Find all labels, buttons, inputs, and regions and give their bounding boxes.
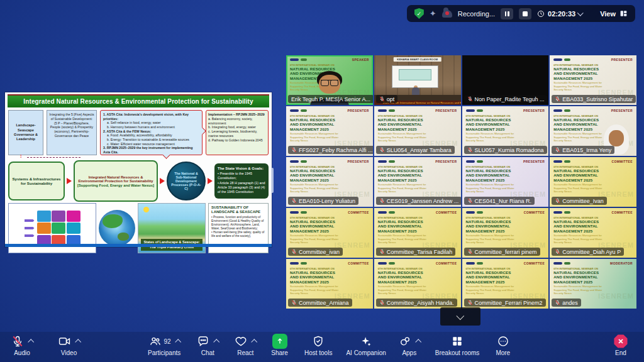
meeting-toolbar: Audio Video 92 Participants Chat <box>0 332 644 362</box>
development-process-circle: The National & Sub-National Development … <box>167 162 206 200</box>
earth-globe-image <box>99 210 135 246</box>
participant-tile[interactable]: 6TH INTERNATIONAL SEMINAR ONNATURAL RESO… <box>462 208 549 258</box>
breakout-rooms-label: Breakout rooms <box>435 349 480 356</box>
participant-tile[interactable]: 6TH INTERNATIONAL SEMINAR ONNATURAL RESO… <box>550 55 636 105</box>
participant-tile[interactable]: KEHARIA SMART CLASS ROOM2025 The 6th Int… <box>374 55 461 105</box>
participant-name: FFS027_Feby Rachma Alfi ... <box>288 146 373 154</box>
chat-options-chevron[interactable] <box>214 339 220 345</box>
seminar-title-line: AND ENVIRONMENTAL <box>553 173 633 177</box>
participant-tile[interactable]: 6TH INTERNATIONAL SEMINAR ONNATURAL RESO… <box>550 208 636 258</box>
gallery-next-page-button[interactable] <box>440 307 480 326</box>
puzzle-arrows <box>25 219 35 237</box>
puzzle-piece <box>37 222 51 234</box>
muted-mic-icon <box>291 198 297 204</box>
participants-label: Participants <box>148 349 180 356</box>
sun-icon <box>143 207 149 212</box>
host-tools-button[interactable]: Host tools <box>304 334 332 356</box>
seminar-title-line: NATURAL RESOURCES <box>553 168 633 173</box>
chat-button[interactable]: Chat <box>197 334 218 356</box>
muted-mic-icon <box>379 147 385 153</box>
participant-name: SLU057_Kurnia Romadona <box>464 146 547 154</box>
participants-options-chevron[interactable] <box>175 339 181 345</box>
stop-recording-button[interactable] <box>519 8 531 19</box>
participants-button[interactable]: 92 Participants <box>148 334 180 356</box>
muted-mic-icon <box>555 147 560 153</box>
seminar-title-line: MANAGEMENT 2025 <box>290 127 369 131</box>
react-options-chevron[interactable] <box>252 339 258 345</box>
apps-label: Apps <box>402 349 416 356</box>
participant-name: opt <box>376 95 398 103</box>
muted-mic-icon <box>467 300 473 305</box>
participant-tile[interactable]: 6TH INTERNATIONAL SEMINAR ONNATURAL RESO… <box>462 106 549 156</box>
share-button[interactable]: Share <box>271 334 288 356</box>
end-button[interactable]: ✕ End <box>614 334 628 356</box>
audio-options-chevron[interactable] <box>28 339 34 345</box>
content-scrollbar[interactable] <box>271 168 274 193</box>
share-label: Share <box>271 349 288 356</box>
audio-button[interactable]: Audio <box>11 334 33 356</box>
vision-title: The State Vision & Goals: <box>218 166 265 171</box>
role-badge: PRESENTER <box>348 109 369 112</box>
participant-tile[interactable]: 6TH INTERNATIONAL SEMINAR ONNATURAL RESO… <box>286 259 373 309</box>
participant-tile[interactable]: 6TH INTERNATIONAL SEMINAR ONNATURAL RESO… <box>550 259 636 309</box>
impl-line: c. Leveraging forests, biodiversity, mar… <box>208 129 266 138</box>
participant-tile[interactable]: 6TH INTERNATIONAL SEMINAR ONNATURAL RESO… <box>374 208 461 258</box>
room-banner: KEHARIA SMART CLASS ROOM <box>393 57 441 62</box>
react-label: React <box>237 349 253 356</box>
apps-options-chevron[interactable] <box>415 339 421 345</box>
apps-button[interactable]: Apps <box>399 334 420 356</box>
participant-tile[interactable]: Non Paper_Radite Teguh ... <box>462 55 549 105</box>
ai-companion-button[interactable]: AI Companion <box>346 334 386 356</box>
more-button[interactable]: More <box>496 334 510 356</box>
security-shield-icon[interactable]: ✓ <box>414 8 424 19</box>
video-label: Video <box>61 349 77 356</box>
participant-tile[interactable]: 6TH INTERNATIONAL SEMINAR ONNATURAL RESO… <box>550 157 636 207</box>
seminar-title-line: NATURAL RESOURCES <box>553 67 633 71</box>
participant-tile[interactable]: 6TH INTERNATIONAL SEMINAR ONNATURAL RESO… <box>374 259 461 309</box>
video-options-chevron[interactable] <box>75 339 81 345</box>
seminar-title-line: AND ENVIRONMENTAL <box>378 275 457 279</box>
react-button[interactable]: React <box>235 334 256 356</box>
asta-line: a. Food: Availability, accessibility, af… <box>103 133 199 138</box>
participant-tile[interactable]: 6TH INTERNATIONAL SEMINAR ONNATURAL RESO… <box>550 106 636 156</box>
seminar-title-line: NATURAL RESOURCES <box>553 270 633 275</box>
breakout-rooms-button[interactable]: Breakout rooms <box>435 334 480 356</box>
participant-tile[interactable]: 6TH INTERNATIONAL SEMINAR ONNATURAL RESO… <box>286 157 373 207</box>
participant-tile[interactable]: 6TH INTERNATIONAL SEMINAR ONNATURAL RESO… <box>374 106 461 156</box>
seminar-title-line: MANAGEMENT 2025 <box>378 229 457 233</box>
view-button[interactable]: View <box>600 9 628 18</box>
state-vision-box: The State Vision & Goals: • Preamble to … <box>214 163 269 199</box>
participant-name: Non Paper_Radite Teguh ... <box>464 95 548 103</box>
participant-name: CES041_Nur Riana R. <box>464 197 535 205</box>
host-tools-shield-icon <box>312 335 325 348</box>
muted-mic-icon <box>555 300 560 305</box>
participant-tile[interactable]: 6TH INTERNATIONAL SEMINAR ONNATURAL RESO… <box>286 208 373 258</box>
seminar-title-line: NATURAL RESOURCES <box>290 168 369 173</box>
participant-tile[interactable]: 6TH INTERNATIONAL SEMINAR ONNATURAL RESO… <box>462 157 549 207</box>
integrated-box: Integrated Natural Resources & Environme… <box>74 160 158 202</box>
seminar-title-line: MANAGEMENT 2025 <box>378 280 457 284</box>
seminar-title-line: NATURAL RESOURCES <box>378 118 457 122</box>
participant-tile[interactable]: 6TH INTERNATIONAL SEMINAR ONNATURAL RESO… <box>462 259 549 309</box>
participants-icon <box>149 335 162 348</box>
seminar-title-line: NATURAL RESOURCES <box>466 270 545 275</box>
participant-name: Committee_ivan <box>288 248 343 256</box>
role-badge: COMMITTEE <box>348 261 369 265</box>
pause-recording-button[interactable] <box>501 8 513 19</box>
puzzle-piece <box>52 222 65 234</box>
seminar-title-line: AND ENVIRONMENTAL <box>378 122 457 126</box>
seminar-title-line: NATURAL RESOURCES <box>466 168 545 173</box>
participant-tile[interactable]: 6TH INTERNATIONAL SEMINAR ONNATURAL RESO… <box>374 157 461 207</box>
seminar-title-line: MANAGEMENT 2025 <box>553 280 633 284</box>
participant-tile[interactable]: 6TH INTERNATIONAL SEMINAR ONNATURAL RESO… <box>286 55 373 105</box>
sustainability-bullet: • Human well-being [the safety, quality … <box>211 231 265 238</box>
video-button[interactable]: Video <box>58 334 80 356</box>
ai-companion-status-icon[interactable]: ✦ <box>430 9 436 18</box>
arrow-right-icon <box>160 178 165 184</box>
asta-line: c. Water: Efficient water resource manag… <box>103 142 199 146</box>
participant-name: Committee_Ferrari Pinem2 <box>464 299 546 307</box>
timer-chevron-down-icon[interactable] <box>577 10 584 16</box>
muted-mic-icon <box>379 198 385 204</box>
participant-tile[interactable]: 6TH INTERNATIONAL SEMINAR ONNATURAL RESO… <box>286 106 373 156</box>
seminar-title-line: MANAGEMENT 2025 <box>553 229 633 233</box>
